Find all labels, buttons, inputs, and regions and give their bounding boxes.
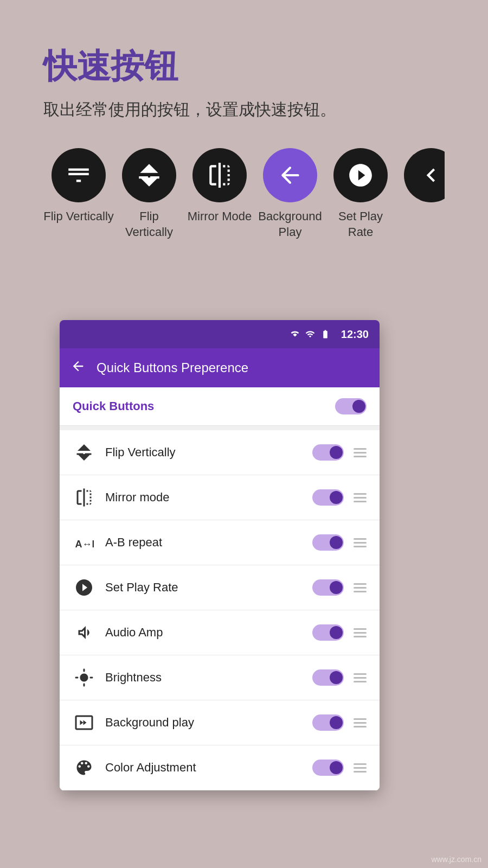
wifi-icon — [289, 329, 301, 339]
set-play-rate-controls — [312, 579, 367, 596]
quick-buttons-label: Quick Buttons — [73, 399, 154, 413]
background-play-icon-circle — [263, 148, 317, 202]
set-play-rate-drag-handle[interactable] — [354, 583, 367, 592]
ab-repeat-drag-handle[interactable] — [354, 538, 367, 547]
flip-vertically-drag-handle[interactable] — [354, 448, 367, 457]
toggle-knob — [330, 491, 343, 504]
toggle-knob — [330, 581, 343, 594]
content-area: Quick Buttons Flip Vertically — [60, 387, 380, 790]
list-item-audio-amp: Audio Amp — [60, 610, 380, 655]
page-title-cn: 快速按钮 — [43, 43, 445, 89]
status-time: 12:30 — [341, 328, 369, 341]
color-adjustment-list-label: Color Adjustment — [105, 761, 303, 775]
toggle-knob — [330, 716, 343, 729]
flip-vertically-toggle[interactable] — [312, 444, 344, 461]
mirror-mode-icon — [206, 162, 233, 189]
set-play-rate-toggle[interactable] — [312, 579, 344, 596]
flip-vertically-list-label: Flip Vertically — [105, 445, 303, 459]
audio-icon — [74, 623, 94, 642]
color-adjustment-toggle[interactable] — [312, 760, 344, 776]
icon-item-set-play-rate[interactable]: Set Play Rate — [325, 148, 396, 240]
flip-vertically-label: FlipVertically — [125, 209, 173, 240]
flip-vertically-list-icon — [73, 441, 95, 464]
set-play-rate-icon-circle — [333, 148, 388, 202]
icon-item-flip-vertically[interactable]: FlipVertically — [114, 148, 184, 240]
audio-amp-drag-handle[interactable] — [354, 628, 367, 637]
svg-text:A↔B: A↔B — [75, 539, 94, 550]
app-bar-back-button[interactable] — [70, 359, 86, 378]
brightness-toggle[interactable] — [312, 669, 344, 686]
audio-amp-controls — [312, 624, 367, 641]
background-play-label: BackgroundPlay — [258, 209, 322, 240]
list-item-background-play: Background play — [60, 700, 380, 745]
list-item-brightness: Brightness — [60, 655, 380, 700]
list-item-set-play-rate: Set Play Rate — [60, 565, 380, 610]
set-play-rate-list-icon — [73, 576, 95, 599]
mirror-mode-list-icon — [73, 486, 95, 509]
toggle-knob — [330, 536, 343, 549]
background-play-controls — [312, 714, 367, 731]
ab-repeat-toggle[interactable] — [312, 534, 344, 551]
color-adjustment-drag-handle[interactable] — [354, 763, 367, 773]
icon-item-back[interactable] — [396, 148, 445, 209]
color-adjustment-list-icon — [73, 756, 95, 779]
audio-amp-toggle[interactable] — [312, 624, 344, 641]
list-item-mirror-mode: Mirror mode — [60, 475, 380, 520]
back-chevron-icon — [418, 162, 445, 189]
quick-buttons-row: Quick Buttons — [60, 387, 380, 426]
signal-icon — [305, 329, 315, 339]
mirror-mode-list-label: Mirror mode — [105, 490, 303, 505]
app-bar: Quick Buttons Preperence — [60, 348, 380, 387]
mirror-mode-toggle[interactable] — [312, 489, 344, 506]
set-play-rate-list-label: Set Play Rate — [105, 580, 303, 595]
flip-vertically-controls — [312, 444, 367, 461]
background-play-icon — [277, 162, 304, 189]
brightness-drag-handle[interactable] — [354, 673, 367, 682]
toggle-knob — [330, 626, 343, 639]
set-play-rate-label: Set Play Rate — [325, 209, 396, 240]
toggle-knob — [330, 671, 343, 684]
background-play-toggle[interactable] — [312, 714, 344, 731]
background-play-drag-handle[interactable] — [354, 718, 367, 727]
list-item-color-adjustment: Color Adjustment — [60, 745, 380, 790]
icon-item-background-play[interactable]: BackgroundPlay — [255, 148, 325, 240]
icon-item-mirror-mode[interactable]: Mirror Mode — [184, 148, 255, 225]
ab-repeat-controls — [312, 534, 367, 551]
section-divider — [60, 426, 380, 430]
battery-icon — [319, 329, 331, 339]
color-adjustment-controls — [312, 760, 367, 776]
status-icons — [289, 329, 331, 339]
flip-vertically-icon — [136, 162, 163, 189]
background-area: 快速按钮 取出经常使用的按钮，设置成快速按钮。 Flip Vertically … — [0, 0, 488, 369]
brightness-list-label: Brightness — [105, 671, 303, 685]
quick-buttons-toggle[interactable] — [335, 398, 367, 414]
equalizer-label: Flip Vertically — [43, 209, 114, 225]
brightness-controls — [312, 669, 367, 686]
mirror-icon — [74, 488, 94, 507]
quick-button-icon-row: Flip Vertically FlipVertically Mirror Mo… — [43, 148, 445, 240]
audio-amp-list-label: Audio Amp — [105, 626, 303, 640]
toggle-knob — [352, 400, 365, 413]
toggle-knob — [330, 446, 343, 459]
phone-mockup: 12:30 Quick Buttons Preperence Quick But… — [60, 320, 380, 790]
mirror-mode-label: Mirror Mode — [188, 209, 252, 225]
list-item-ab-repeat: A↔B A-B repeat — [60, 520, 380, 565]
mirror-mode-drag-handle[interactable] — [354, 493, 367, 502]
back-icon-circle — [404, 148, 445, 202]
brightness-list-icon — [73, 666, 95, 689]
mirror-mode-icon-circle — [192, 148, 247, 202]
audio-amp-list-icon — [73, 621, 95, 644]
page-subtitle-cn: 取出经常使用的按钮，设置成快速按钮。 — [43, 99, 445, 121]
ab-repeat-list-label: A-B repeat — [105, 535, 303, 550]
app-bar-title: Quick Buttons Preperence — [97, 360, 248, 375]
color-icon — [74, 758, 94, 777]
flip-icon — [74, 443, 94, 462]
equalizer-icon — [65, 162, 92, 189]
ab-icon: A↔B — [74, 533, 94, 552]
icon-item-equalizer[interactable]: Flip Vertically — [43, 148, 114, 225]
set-play-rate-icon — [347, 162, 374, 189]
background-play-list-icon — [73, 711, 95, 734]
mirror-mode-controls — [312, 489, 367, 506]
equalizer-icon-circle — [52, 148, 106, 202]
list-item-flip-vertically: Flip Vertically — [60, 430, 380, 475]
